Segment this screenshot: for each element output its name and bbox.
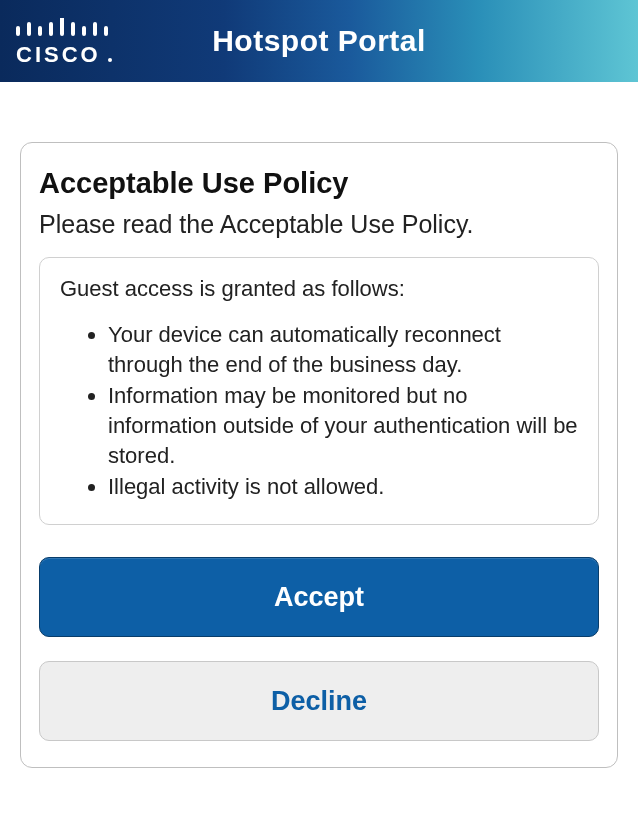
svg-point-10	[108, 58, 112, 62]
svg-text:CISCO: CISCO	[16, 42, 101, 67]
policy-list: Your device can automatically reconnect …	[60, 320, 578, 502]
card-subtitle: Please read the Acceptable Use Policy.	[39, 210, 599, 239]
policy-item: Your device can automatically reconnect …	[108, 320, 578, 379]
policy-item: Information may be monitored but no info…	[108, 381, 578, 470]
policy-intro: Guest access is granted as follows:	[60, 276, 578, 302]
decline-button[interactable]: Decline	[39, 661, 599, 741]
cisco-logo: CISCO	[12, 18, 117, 72]
policy-item: Illegal activity is not allowed.	[108, 472, 578, 502]
aup-card: Acceptable Use Policy Please read the Ac…	[20, 142, 618, 768]
policy-box: Guest access is granted as follows: Your…	[39, 257, 599, 525]
card-title: Acceptable Use Policy	[39, 167, 599, 200]
accept-button[interactable]: Accept	[39, 557, 599, 637]
header-bar: CISCO Hotspot Portal	[0, 0, 638, 82]
